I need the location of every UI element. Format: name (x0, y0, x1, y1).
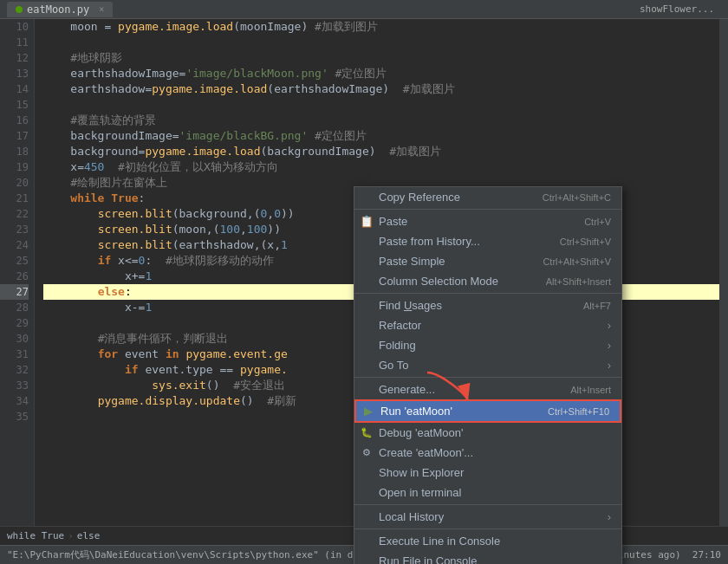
menu-go-to[interactable]: Go To › (354, 355, 621, 375)
menu-refactor[interactable]: Refactor › (354, 315, 621, 335)
breadcrumb-sep: › (68, 530, 74, 541)
folding-arrow: › (608, 339, 611, 352)
code-line-14: earthshadow=pygame.image.load(earthshado… (43, 81, 719, 97)
tab-label: eatMoon.py (27, 3, 89, 16)
separator-5 (354, 528, 621, 529)
menu-paste-simple[interactable]: Paste Simple Ctrl+Alt+Shift+V (354, 251, 621, 271)
separator-3 (354, 377, 621, 378)
breadcrumb-while[interactable]: while True (7, 530, 64, 541)
menu-debug[interactable]: 🐛 Debug 'eatMoon' (354, 423, 621, 443)
open-terminal-label: Open in terminal (379, 486, 461, 499)
scrollbar[interactable] (719, 19, 728, 526)
separator-2 (354, 293, 621, 294)
menu-create[interactable]: ⚙ Create 'eatMoon'... (354, 443, 621, 463)
arrow-annotation (423, 368, 475, 411)
execute-line-label: Execute Line in Console (379, 535, 500, 548)
paste-history-label: Paste from History... (379, 235, 480, 248)
menu-copy-reference[interactable]: Copy Reference Ctrl+Alt+Shift+C (354, 187, 621, 207)
paste-simple-shortcut: Ctrl+Alt+Shift+V (543, 256, 611, 267)
local-history-label: Local History (379, 510, 444, 523)
create-icon: ⚙ (360, 447, 374, 458)
copy-reference-shortcut: Ctrl+Alt+Shift+C (543, 192, 611, 203)
breadcrumb-else[interactable]: else (77, 530, 101, 541)
line-numbers: 10 11 12 13 14 15 16 17 18 19 20 21 22 2… (0, 19, 35, 526)
show-explorer-label: Show in Explorer (379, 466, 464, 479)
paste-history-shortcut: Ctrl+Shift+V (560, 237, 611, 247)
create-label: Create 'eatMoon'... (379, 446, 473, 459)
menu-paste[interactable]: 📋 Paste Ctrl+V (354, 211, 621, 231)
menu-run-file[interactable]: Run File in Console (354, 551, 621, 564)
paste-label: Paste (379, 215, 407, 228)
generate-shortcut: Alt+Insert (570, 385, 611, 395)
paste-icon: 📋 (360, 215, 374, 228)
separator-4 (354, 504, 621, 505)
title-bar: eatMoon.py × showFlower... (0, 0, 728, 19)
menu-local-history[interactable]: Local History › (354, 507, 621, 527)
paste-simple-label: Paste Simple (379, 255, 445, 268)
column-selection-shortcut: Alt+Shift+Insert (546, 276, 611, 287)
code-line-18: background=pygame.image.load(backgroundI… (43, 144, 719, 159)
run-file-label: Run File in Console (379, 554, 477, 564)
run-icon: ▶ (361, 405, 375, 418)
menu-open-terminal[interactable]: Open in terminal (354, 483, 621, 502)
menu-run[interactable]: ▶ Run 'eatMoon' Ctrl+Shift+F10 (354, 399, 621, 423)
column-selection-label: Column Selection Mode (379, 275, 498, 288)
go-to-label: Go To (379, 359, 408, 372)
status-path: "E:\PyCharm代码\DaNeiEducation\venv\Script… (7, 548, 387, 561)
tab-close[interactable]: × (99, 4, 104, 14)
run-shortcut: Ctrl+Shift+F10 (548, 406, 609, 417)
find-usages-shortcut: Alt+F7 (583, 301, 611, 311)
refactor-arrow: › (608, 319, 611, 332)
go-to-arrow: › (608, 359, 611, 372)
debug-label: Debug 'eatMoon' (379, 426, 463, 439)
refactor-label: Refactor (379, 319, 421, 332)
code-line-15 (43, 97, 719, 113)
code-line-11 (43, 35, 719, 50)
editor-tab[interactable]: eatMoon.py × (7, 2, 113, 17)
menu-show-explorer[interactable]: Show in Explorer (354, 463, 621, 483)
code-line-17: backgroundImage='image/blackBG.png' #定位图… (43, 128, 719, 144)
menu-paste-history[interactable]: Paste from History... Ctrl+Shift+V (354, 231, 621, 251)
menu-execute-line[interactable]: Execute Line in Console (354, 531, 621, 551)
menu-find-usages[interactable]: Find Usages Alt+F7 (354, 295, 621, 315)
code-line-16: #覆盖轨迹的背景 (43, 113, 719, 128)
separator-1 (354, 209, 621, 210)
folding-label: Folding (379, 339, 416, 352)
code-line-10: moon = pygame.image.load(moonImage) #加载到… (43, 19, 719, 35)
menu-column-selection[interactable]: Column Selection Mode Alt+Shift+Insert (354, 271, 621, 291)
paste-shortcut: Ctrl+V (584, 217, 611, 227)
code-line-12: #地球阴影 (43, 50, 719, 66)
showflower-label: showFlower... (640, 3, 714, 15)
local-history-arrow: › (608, 510, 611, 523)
python-icon (16, 6, 23, 13)
showflower-tab[interactable]: showFlower... (633, 2, 721, 16)
menu-generate[interactable]: Generate... Alt+Insert (354, 379, 621, 399)
debug-icon: 🐛 (360, 427, 374, 438)
find-usages-label: Find Usages (379, 299, 442, 312)
status-time-ago: minutes ago) 27:10 (612, 549, 721, 561)
menu-folding[interactable]: Folding › (354, 335, 621, 355)
code-line-13: earthshadowImage='image/blackMoon.png' #… (43, 66, 719, 81)
copy-reference-label: Copy Reference (379, 191, 460, 204)
code-line-19: x=450 #初始化位置，以X轴为移动方向 (43, 159, 719, 175)
context-menu: Copy Reference Ctrl+Alt+Shift+C 📋 Paste … (354, 186, 622, 564)
